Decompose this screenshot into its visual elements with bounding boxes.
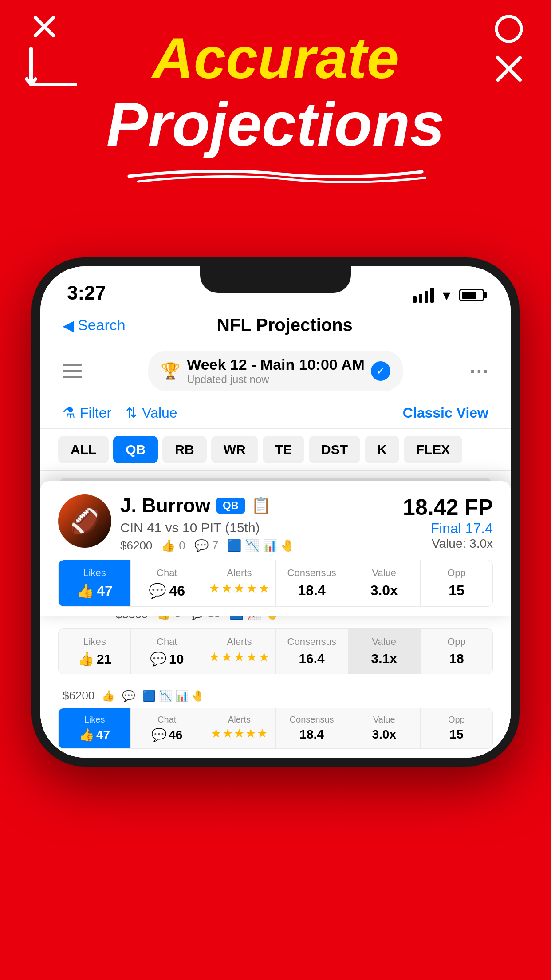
popup-price-burrow: $6200 [120, 539, 152, 553]
bottom-opp-val: 15 [424, 727, 489, 742]
bottom-cell-likes[interactable]: Likes 👍 47 [59, 708, 131, 748]
burrow-consensus-value: 18.4 [279, 582, 344, 599]
bottom-likes-icon: 👍 [102, 690, 115, 702]
phone-mockup: 3:27 ▾ ◀ Search NFL Projections [31, 257, 520, 767]
burrow-stat-alerts: Alerts ★ ★ ★ ★ ★ [203, 560, 276, 606]
tab-wr[interactable]: WR [211, 436, 258, 463]
week-check-icon: ✓ [371, 361, 390, 381]
burrow-consensus-label: Consensus [279, 567, 344, 579]
bottom-opp-label: Opp [424, 715, 489, 725]
star-5: ★ [259, 651, 269, 664]
taylor-opp-val: 18 [425, 651, 488, 666]
burrow-stat-chat[interactable]: Chat 💬 46 [131, 560, 203, 606]
bottom-cell-consensus: Consensus 18.4 [276, 708, 348, 748]
popup-player-name-burrow: J. Burrow [120, 494, 210, 517]
burrow-chat-action: 💬 7 [194, 539, 218, 553]
underline-decoration [125, 163, 426, 187]
corner-decoration [22, 13, 120, 102]
signal-bar-2 [419, 294, 422, 303]
p-star-3: ★ [234, 582, 244, 595]
popup-player-row-burrow: 🏈 J. Burrow QB 📋 CIN 41 vs 10 PIT (15th)… [58, 494, 493, 553]
tab-k[interactable]: K [365, 436, 399, 463]
bottom-chat-label-2: Chat [134, 715, 199, 725]
popup-notes-icon: 📋 [251, 496, 271, 515]
burrow-opp-label: Opp [424, 567, 489, 579]
burrow-chat-icon: 💬 [194, 539, 209, 553]
week-pill[interactable]: 🏆 Week 12 - Main 10:00 AM Updated just n… [148, 351, 403, 391]
b-star-1: ★ [211, 727, 221, 740]
burrow-opp-val: 15 [424, 582, 489, 599]
b-star-3: ★ [234, 727, 244, 740]
popup-likes-icon: 👍 [76, 582, 94, 599]
taylor-stat-consensus: Consensus 16.4 [276, 629, 348, 674]
tab-flex[interactable]: FLEX [404, 436, 463, 463]
bottom-chat-number: 46 [169, 728, 182, 742]
bottom-consensus-val: 18.4 [279, 727, 344, 742]
bottom-cell-value: Value 3.0x [348, 708, 421, 748]
hamburger-line-3 [63, 376, 82, 378]
signal-bar-3 [425, 291, 428, 303]
taylor-chat-value: 💬 10 [135, 651, 198, 667]
bottom-icons: 🟦 📉 📊 🤚 [142, 690, 205, 702]
taylor-stat-likes: Likes 👍 21 [59, 629, 131, 674]
signal-bar-1 [413, 296, 417, 303]
taylor-value-label: Value [353, 636, 416, 648]
popup-left-burrow: 🏈 J. Burrow QB 📋 CIN 41 vs 10 PIT (15th)… [58, 494, 295, 553]
filter-button[interactable]: ⚗ Filter [63, 404, 111, 421]
burrow-likes-value: 👍 47 [62, 582, 127, 599]
tab-all[interactable]: ALL [58, 436, 109, 463]
bottom-chat-bubble: 💬 [151, 727, 167, 742]
bottom-cell-alerts: Alerts ★ ★ ★ ★ ★ [203, 708, 276, 748]
burrow-chat-count: 7 [212, 539, 218, 553]
taylor-chat-num: 10 [169, 652, 184, 667]
more-options-button[interactable]: ⋯ [469, 360, 488, 382]
sort-button[interactable]: ⇅ Value [126, 404, 177, 421]
tab-te[interactable]: TE [263, 436, 304, 463]
icon-points: 📊 [263, 539, 277, 553]
icon-dp: 📉 [245, 539, 259, 553]
bottom-alerts-stars: ★ ★ ★ ★ ★ [207, 727, 272, 740]
icon-hand2: 🤚 [280, 539, 295, 553]
hero-title: Accurate Projections [106, 27, 445, 158]
tab-dst[interactable]: DST [309, 436, 360, 463]
bottom-chat-icon: 💬 [122, 690, 135, 702]
tab-qb[interactable]: QB [113, 436, 158, 463]
battery-fill [462, 292, 476, 299]
wifi-icon: ▾ [443, 286, 450, 304]
tab-rb[interactable]: RB [162, 436, 206, 463]
bottom-value-val: 3.0x [352, 727, 417, 742]
filter-group: ⚗ Filter ⇅ Value [63, 404, 177, 421]
nav-title: NFL Projections [217, 315, 353, 335]
p-star-1: ★ [209, 582, 219, 595]
taylor-alerts-label: Alerts [208, 636, 271, 648]
popup-card-burrow[interactable]: 🏈 J. Burrow QB 📋 CIN 41 vs 10 PIT (15th)… [40, 481, 511, 616]
burrow-thumb-icon: 👍 [161, 539, 175, 553]
classic-view-button[interactable]: Classic View [403, 405, 488, 421]
filter-bar: ⚗ Filter ⇅ Value Classic View [40, 397, 511, 429]
filter-icon: ⚗ [63, 404, 75, 421]
burrow-stat-opp: Opp 15 [421, 560, 492, 606]
status-icons: ▾ [413, 286, 484, 304]
popup-final-burrow: Final 17.4 [403, 520, 493, 537]
hamburger-line-2 [63, 370, 82, 372]
taylor-chat-label: Chat [135, 636, 198, 648]
week-text-block: Week 12 - Main 10:00 AM Updated just now [187, 356, 365, 386]
svg-point-5 [496, 16, 521, 41]
burrow-chat-num: 46 [169, 583, 185, 599]
burrow-stat-consensus: Consensus 18.4 [276, 560, 348, 606]
sort-icon: ⇅ [126, 404, 138, 421]
burrow-alerts-label: Alerts [207, 567, 272, 579]
burrow-stat-likes[interactable]: Likes 👍 47 [59, 560, 131, 606]
back-button[interactable]: ◀ Search [63, 316, 126, 334]
bottom-likes-label: Likes [62, 715, 127, 725]
popup-fp-burrow: 18.42 FP [403, 494, 493, 520]
popup-matchup-burrow: CIN 41 vs 10 PIT (15th) [120, 520, 295, 535]
bottom-likes-number: 47 [96, 728, 110, 742]
popup-avatar-burrow: 🏈 [58, 494, 111, 548]
nav-bar: ◀ Search NFL Projections [40, 311, 511, 344]
position-tabs: ALL QB RB WR TE DST K FLEX [40, 429, 511, 471]
bottom-cell-chat[interactable]: Chat 💬 46 [131, 708, 203, 748]
hamburger-menu[interactable] [63, 364, 82, 378]
burrow-extras: 🟦 📉 📊 🤚 [227, 539, 295, 553]
hamburger-line-1 [63, 364, 82, 366]
